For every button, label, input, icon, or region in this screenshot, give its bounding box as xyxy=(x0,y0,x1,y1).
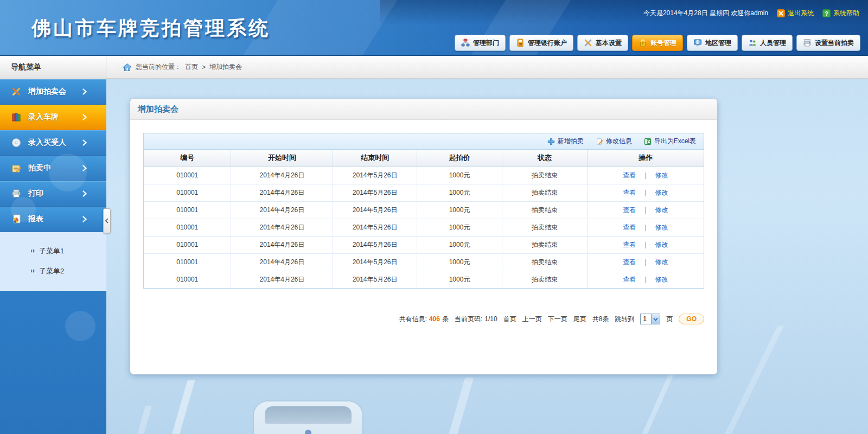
double-arrow-icon xyxy=(30,248,35,253)
page-item-count: 共8条 xyxy=(592,315,609,324)
view-link[interactable]: 查看 xyxy=(623,276,636,283)
edit-link[interactable]: 修改 xyxy=(655,241,668,248)
table-row: 010001 2014年4月26日 2014年5月26日 1000元 拍卖结束 … xyxy=(144,271,704,288)
nav-button-staff-management[interactable]: 人员管理 xyxy=(742,35,793,51)
nav-button-account-management[interactable]: 账号管理 xyxy=(632,35,683,51)
panel-header: 增加拍卖会 xyxy=(130,99,717,120)
app-header: 佛山市车牌竞拍管理系统 今天是2014年4月28日 星期四 欢迎你admin 退… xyxy=(0,0,868,56)
app-title: 佛山市车牌竞拍管理系统 xyxy=(31,15,270,42)
col-header-id: 编号 xyxy=(144,150,231,167)
edit-icon xyxy=(596,138,603,145)
cd-icon xyxy=(11,137,22,148)
sidebar-item-enter-buyer[interactable]: 录入买受人 xyxy=(0,130,106,156)
op-separator: | xyxy=(644,241,646,248)
edit-link[interactable]: 修改 xyxy=(655,224,668,231)
prev-page-link[interactable]: 上一页 xyxy=(522,315,542,324)
main-area: 您当前的位置： 首页 > 增加拍卖会 增加拍卖会 新增拍卖 修改信息 xyxy=(106,56,868,434)
nav-button-bank-accounts[interactable]: 管理银行账户 xyxy=(509,35,573,51)
col-header-start: 开始时间 xyxy=(231,150,333,167)
col-header-end: 结束时间 xyxy=(333,150,417,167)
bank-calculator-icon xyxy=(516,39,525,47)
sidebar-item-enter-plate[interactable]: 录入车牌 xyxy=(0,105,106,130)
sidebar: 导航菜单 增加拍卖会 录入车牌 录入买受人 拍卖中 打印 xyxy=(0,56,106,434)
go-button[interactable]: GO xyxy=(679,314,704,324)
header-nav-buttons: 管理部门 管理银行账户 基本设置 账号管理 地区管理 人员管理 xyxy=(455,35,860,51)
content-card: 增加拍卖会 新增拍卖 修改信息 导出为Excel表 xyxy=(130,99,717,374)
table-row: 010001 2014年4月26日 2014年5月26日 1000元 拍卖结束 … xyxy=(144,167,704,184)
op-separator: | xyxy=(644,258,646,266)
breadcrumb: 您当前的位置： 首页 > 增加拍卖会 xyxy=(106,56,868,79)
total-info: 共有信息: 406 条 xyxy=(399,315,449,324)
edit-link[interactable]: 修改 xyxy=(655,206,668,214)
chevron-right-icon xyxy=(82,190,87,197)
notepad-icon xyxy=(11,163,22,174)
logout-icon xyxy=(777,9,785,17)
breadcrumb-home-link[interactable]: 首页 xyxy=(185,62,198,72)
double-arrow-icon xyxy=(30,269,35,273)
total-count: 406 xyxy=(429,315,440,323)
books-icon xyxy=(11,112,22,123)
lock-icon xyxy=(639,39,647,47)
help-link[interactable]: ? 系统帮助 xyxy=(822,9,859,18)
chevron-down-icon xyxy=(651,314,660,324)
sidebar-subitem-1[interactable]: 子菜单1 xyxy=(0,241,106,261)
op-separator: | xyxy=(644,224,646,231)
sidebar-art xyxy=(11,197,36,222)
col-header-actions: 操作 xyxy=(587,150,704,167)
table-row: 010001 2014年4月26日 2014年5月26日 1000元 拍卖结束 … xyxy=(144,201,704,219)
nav-button-basic-settings[interactable]: 基本设置 xyxy=(577,35,628,51)
table-row: 010001 2014年4月26日 2014年5月26日 1000元 拍卖结束 … xyxy=(144,236,704,253)
table-container: 新增拍卖 修改信息 导出为Excel表 xyxy=(143,133,704,289)
sidebar-subitem-2[interactable]: 子菜单2 xyxy=(0,261,106,281)
table-row: 010001 2014年4月26日 2014年5月26日 1000元 拍卖结束 … xyxy=(144,219,704,236)
header-info-bar: 今天是2014年4月28日 星期四 欢迎你admin 退出系统 ? 系统帮助 xyxy=(643,9,859,18)
next-page-link[interactable]: 下一页 xyxy=(548,315,567,324)
users-icon xyxy=(748,39,757,47)
edit-info-link[interactable]: 修改信息 xyxy=(596,137,632,146)
sidebar-header: 导航菜单 xyxy=(0,56,106,79)
help-icon: ? xyxy=(822,9,831,17)
nav-button-region-management[interactable]: 地区管理 xyxy=(687,35,738,51)
svg-text:?: ? xyxy=(825,10,828,17)
view-link[interactable]: 查看 xyxy=(623,171,636,179)
page-jump-select[interactable]: 1 xyxy=(640,314,660,324)
panel-title: 增加拍卖会 xyxy=(138,104,178,114)
pagination: 共有信息: 406 条 当前页码: 1/10 首页 上一页 下一页 尾页 共8条… xyxy=(130,314,717,324)
device-icon xyxy=(803,39,812,47)
nav-button-set-current-auction[interactable]: 设置当前拍卖 xyxy=(796,35,860,51)
sidebar-item-add-auction[interactable]: 增加拍卖会 xyxy=(0,79,106,105)
view-link[interactable]: 查看 xyxy=(623,224,636,231)
chevron-right-icon xyxy=(82,216,87,222)
last-page-link[interactable]: 尾页 xyxy=(573,315,586,324)
table-toolbar: 新增拍卖 修改信息 导出为Excel表 xyxy=(144,133,704,150)
sidebar-collapse-handle[interactable] xyxy=(103,208,111,233)
edit-link[interactable]: 修改 xyxy=(655,276,668,283)
view-link[interactable]: 查看 xyxy=(623,258,636,266)
chevron-right-icon xyxy=(82,88,87,95)
edit-link[interactable]: 修改 xyxy=(655,171,668,179)
nav-button-departments[interactable]: 管理部门 xyxy=(455,35,506,51)
op-separator: | xyxy=(644,206,646,214)
chevron-left-icon xyxy=(105,218,108,224)
first-page-link[interactable]: 首页 xyxy=(503,315,516,324)
add-auction-link[interactable]: 新增拍卖 xyxy=(547,137,584,146)
table-row: 010001 2014年4月26日 2014年5月26日 1000元 拍卖结束 … xyxy=(144,253,704,271)
sidebar-art xyxy=(65,311,95,341)
view-link[interactable]: 查看 xyxy=(623,206,636,214)
edit-link[interactable]: 修改 xyxy=(655,189,668,196)
op-separator: | xyxy=(644,276,646,283)
logout-link[interactable]: 退出系统 xyxy=(777,9,814,18)
op-separator: | xyxy=(644,171,646,179)
export-excel-link[interactable]: 导出为Excel表 xyxy=(644,137,696,146)
edit-link[interactable]: 修改 xyxy=(655,258,668,266)
breadcrumb-separator: > xyxy=(202,63,206,71)
org-chart-icon xyxy=(461,39,470,47)
page-info: 当前页码: 1/10 xyxy=(455,315,497,324)
breadcrumb-prefix: 您当前的位置： xyxy=(136,62,181,72)
col-header-price: 起拍价 xyxy=(417,150,502,167)
page-unit: 页 xyxy=(666,315,673,324)
view-link[interactable]: 查看 xyxy=(623,189,636,196)
table-row: 010001 2014年4月26日 2014年5月26日 1000元 拍卖结束 … xyxy=(144,184,704,201)
view-link[interactable]: 查看 xyxy=(623,241,636,248)
table-header-row: 编号 开始时间 结束时间 起拍价 状态 操作 xyxy=(144,150,704,167)
